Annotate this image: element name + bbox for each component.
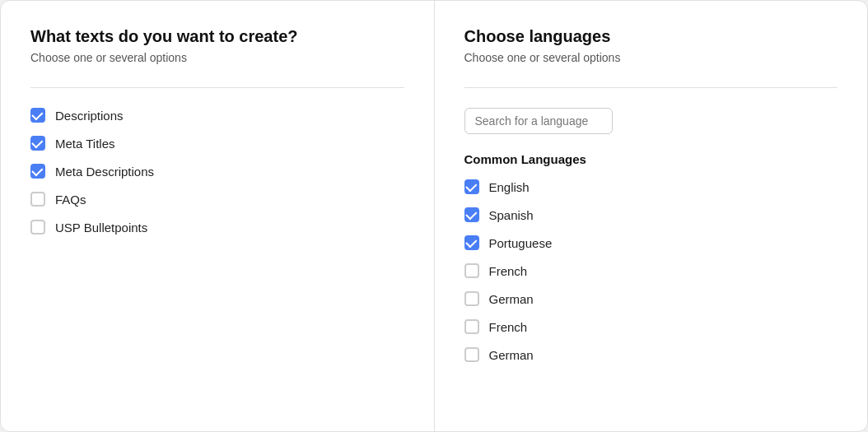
common-languages-heading: Common Languages xyxy=(464,152,838,166)
checkbox-label-meta-titles: Meta Titles xyxy=(55,137,115,151)
checkbox-descriptions[interactable] xyxy=(30,108,45,123)
checkbox-item-meta-titles[interactable]: Meta Titles xyxy=(30,136,404,151)
language-checkbox-german1[interactable] xyxy=(464,291,479,306)
language-item-german1[interactable]: German xyxy=(464,291,838,306)
right-panel-subtitle: Choose one or several options xyxy=(464,51,838,64)
checkbox-item-usp-bulletpoints[interactable]: USP Bulletpoints xyxy=(30,220,404,235)
language-checkbox-portuguese[interactable] xyxy=(464,235,479,250)
language-checkbox-french1[interactable] xyxy=(464,263,479,278)
checkbox-label-usp-bulletpoints: USP Bulletpoints xyxy=(55,221,147,235)
language-item-french1[interactable]: French xyxy=(464,263,838,278)
checkbox-usp-bulletpoints[interactable] xyxy=(30,220,45,235)
checkbox-label-meta-descriptions: Meta Descriptions xyxy=(55,165,154,179)
checkbox-faqs[interactable] xyxy=(30,192,45,207)
main-container: What texts do you want to create? Choose… xyxy=(0,0,868,432)
language-checkbox-german2[interactable] xyxy=(464,347,479,362)
language-label-spanish: Spanish xyxy=(489,208,534,222)
language-item-spanish[interactable]: Spanish xyxy=(464,207,838,222)
language-label-german1: German xyxy=(489,292,534,306)
left-panel: What texts do you want to create? Choose… xyxy=(1,1,435,431)
language-item-german2[interactable]: German xyxy=(464,347,838,362)
language-item-french2[interactable]: French xyxy=(464,319,838,334)
text-options-list: DescriptionsMeta TitlesMeta Descriptions… xyxy=(30,108,404,235)
left-panel-title: What texts do you want to create? xyxy=(30,27,404,46)
checkbox-item-meta-descriptions[interactable]: Meta Descriptions xyxy=(30,164,404,179)
language-checkbox-english[interactable] xyxy=(464,179,479,194)
left-panel-subtitle: Choose one or several options xyxy=(30,51,404,64)
language-item-english[interactable]: English xyxy=(464,179,838,194)
language-label-english: English xyxy=(489,180,530,194)
checkbox-item-descriptions[interactable]: Descriptions xyxy=(30,108,404,123)
right-divider xyxy=(464,87,838,88)
language-label-french2: French xyxy=(489,320,528,334)
checkbox-item-faqs[interactable]: FAQs xyxy=(30,192,404,207)
language-label-portuguese: Portuguese xyxy=(489,236,553,250)
language-checkbox-spanish[interactable] xyxy=(464,207,479,222)
left-divider xyxy=(30,87,404,88)
language-label-french1: French xyxy=(489,264,528,278)
right-panel-title: Choose languages xyxy=(464,27,838,46)
right-panel: Choose languages Choose one or several o… xyxy=(435,1,868,431)
language-item-portuguese[interactable]: Portuguese xyxy=(464,235,838,250)
checkbox-label-descriptions: Descriptions xyxy=(55,109,124,123)
language-label-german2: German xyxy=(489,348,534,362)
language-checkbox-french2[interactable] xyxy=(464,319,479,334)
checkbox-meta-descriptions[interactable] xyxy=(30,164,45,179)
languages-list: EnglishSpanishPortugueseFrenchGermanFren… xyxy=(464,179,838,362)
checkbox-meta-titles[interactable] xyxy=(30,136,45,151)
language-search-input[interactable] xyxy=(464,108,613,134)
checkbox-label-faqs: FAQs xyxy=(55,193,86,207)
